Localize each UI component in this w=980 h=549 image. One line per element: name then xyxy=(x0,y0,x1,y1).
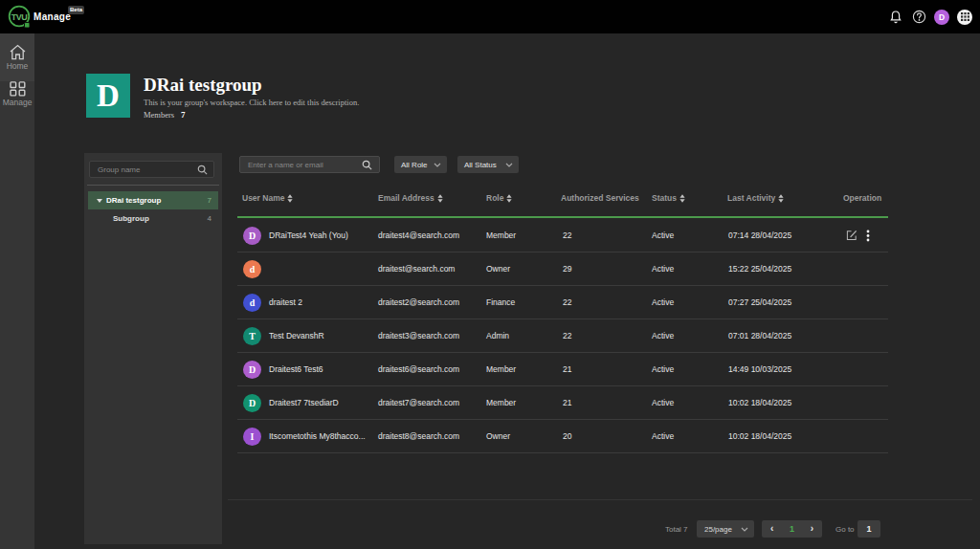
member-name: Draitest7 7tsediarD xyxy=(269,398,339,407)
user-name-cell: TTest DevanshR xyxy=(243,319,324,352)
sort-icon[interactable] xyxy=(778,194,784,203)
sort-icon[interactable] xyxy=(506,194,512,203)
role-cell: Member xyxy=(486,353,516,385)
pagination-bar: Total 7 25/page ‹ 1 › Go to 1 xyxy=(237,520,888,539)
authorized-services-cell: 21 xyxy=(563,353,571,385)
members-label: Members xyxy=(144,110,174,120)
current-page[interactable]: 1 xyxy=(790,524,794,534)
sidebar-item-label: Home xyxy=(7,62,29,71)
member-search xyxy=(239,156,380,173)
role-cell: Member xyxy=(486,219,516,252)
search-icon[interactable] xyxy=(362,160,372,170)
group-title: DRai testgroup xyxy=(144,75,262,96)
user-avatar[interactable]: D xyxy=(934,10,949,25)
page-controls: ‹ 1 › xyxy=(762,520,822,538)
email-cell: draitest6@search.com xyxy=(378,353,459,385)
user-name-cell: DDraitest7 7tsediarD xyxy=(243,386,339,419)
sidebar-item-home[interactable]: Home xyxy=(0,33,34,81)
group-count: 4 xyxy=(208,214,212,223)
group-name: Subgroup xyxy=(113,214,208,223)
column-header[interactable]: Role xyxy=(486,191,512,205)
authorized-services-cell: 22 xyxy=(563,219,571,252)
role-cell: Finance xyxy=(486,286,515,318)
member-avatar: d xyxy=(243,260,261,278)
member-name: draitest 2 xyxy=(269,297,302,307)
page-size-select[interactable]: 25/page xyxy=(697,520,754,538)
authorized-services-cell: 22 xyxy=(563,319,571,352)
column-header[interactable]: Status xyxy=(652,191,685,205)
column-header[interactable]: Email Address xyxy=(378,191,443,205)
next-page-button[interactable]: › xyxy=(811,524,813,534)
goto-page-input[interactable]: 1 xyxy=(858,520,880,538)
status-filter-value: All Status xyxy=(464,161,497,169)
table-row[interactable]: TTest DevanshRdraitest3@search.comAdmin2… xyxy=(237,319,888,353)
kebab-menu-icon[interactable] xyxy=(866,230,870,242)
email-cell: draitest2@search.com xyxy=(378,286,459,318)
email-cell: draitest@search.com xyxy=(378,253,455,285)
table-row[interactable]: ddraitest@search.comOwner29Active15:22 2… xyxy=(237,253,888,286)
app-root: TVU Manage Beta D xyxy=(0,0,980,549)
group-panel: DRai testgroup7Subgroup4 xyxy=(84,153,222,544)
sort-icon[interactable] xyxy=(287,194,293,203)
panel-divider xyxy=(87,185,219,186)
last-activity-cell: 07:01 28/04/2025 xyxy=(728,319,791,352)
table-row[interactable]: ddraitest 2draitest2@search.comFinance22… xyxy=(237,286,888,319)
role-filter[interactable]: All Role xyxy=(394,156,447,173)
member-search-input[interactable] xyxy=(240,161,362,169)
column-label: Authorized Services xyxy=(561,193,639,203)
status-filter[interactable]: All Status xyxy=(457,156,519,173)
members-table: User NameEmail AddressRoleAuthorized Ser… xyxy=(237,189,888,453)
last-activity-cell: 10:02 18/04/2025 xyxy=(728,386,791,419)
column-label: Role xyxy=(486,193,503,203)
home-icon xyxy=(9,44,27,60)
notifications-bell-icon[interactable] xyxy=(888,10,903,25)
sort-icon[interactable] xyxy=(679,194,685,203)
group-avatar: D xyxy=(86,74,130,118)
group-tree-item[interactable]: DRai testgroup7 xyxy=(88,191,218,209)
apps-grid-icon[interactable] xyxy=(957,10,972,25)
column-header[interactable]: Last Activity xyxy=(727,191,784,205)
group-tree-item[interactable]: Subgroup4 xyxy=(88,209,218,228)
page-size-value: 25/page xyxy=(704,525,732,534)
table-row[interactable]: IItscometothis My8thacco...draitest8@sea… xyxy=(237,420,888,453)
user-name-cell: DDraitest6 Test6 xyxy=(243,353,323,385)
group-description[interactable]: This is your group's workspace. Click he… xyxy=(144,98,359,107)
sort-icon[interactable] xyxy=(437,194,443,203)
help-icon[interactable] xyxy=(911,10,926,25)
table-row[interactable]: DDraitest6 Test6draitest6@search.comMemb… xyxy=(237,353,888,386)
header-accent-line xyxy=(237,216,888,218)
sidebar-item-label: Manage xyxy=(3,99,33,107)
group-search-input[interactable] xyxy=(90,165,197,174)
edit-icon[interactable] xyxy=(846,230,858,241)
member-name: Itscometothis My8thacco... xyxy=(269,431,366,441)
column-label: Email Address xyxy=(378,193,434,203)
status-cell: Active xyxy=(652,353,674,385)
tvu-logo-icon[interactable]: TVU xyxy=(7,4,33,30)
member-avatar: D xyxy=(243,361,261,379)
members-count: 7 xyxy=(181,110,186,120)
email-cell: draitest3@search.com xyxy=(378,319,459,352)
user-name-cell: DDRaiTest4 Yeah (You) xyxy=(243,219,348,252)
column-label: User Name xyxy=(242,193,284,203)
member-avatar: D xyxy=(243,227,261,245)
prev-page-button[interactable]: ‹ xyxy=(770,524,773,534)
sidebar-item-manage[interactable]: Manage xyxy=(0,81,34,118)
group-name: DRai testgroup xyxy=(106,196,208,205)
search-icon[interactable] xyxy=(197,165,208,175)
group-count: 7 xyxy=(208,196,212,205)
group-search xyxy=(89,161,214,178)
table-row[interactable]: DDRaiTest4 Yeah (You)draitest4@search.co… xyxy=(237,219,888,253)
table-row[interactable]: DDraitest7 7tsediarDdraitest7@search.com… xyxy=(237,386,888,420)
last-activity-cell: 07:14 28/04/2025 xyxy=(728,219,791,252)
grid-icon xyxy=(10,81,26,97)
role-cell: Admin xyxy=(486,319,509,352)
email-cell: draitest8@search.com xyxy=(378,420,459,452)
authorized-services-cell: 21 xyxy=(563,386,571,419)
caret-down-icon[interactable] xyxy=(97,199,102,203)
last-activity-cell: 14:49 10/03/2025 xyxy=(728,353,791,385)
group-tree: DRai testgroup7Subgroup4 xyxy=(84,191,222,228)
operation-cell xyxy=(846,219,870,252)
user-name-cell: d xyxy=(243,253,269,285)
status-cell: Active xyxy=(652,286,674,318)
column-header[interactable]: User Name xyxy=(242,191,293,205)
